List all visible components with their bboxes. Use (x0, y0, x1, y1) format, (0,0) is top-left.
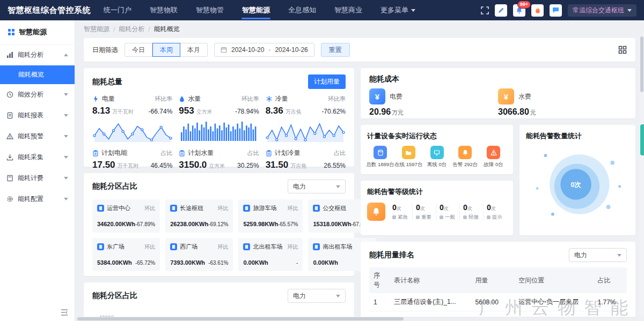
sidebar-item-energy-warning[interactable]: 能耗预警 (0, 126, 75, 147)
nav-item-business[interactable]: 智慧商业 (325, 0, 371, 20)
date-range-picker[interactable]: 2024-10-20 - 2024-10-26 (214, 43, 314, 57)
notification-icon-button[interactable]: 99+ (513, 4, 525, 17)
document-icon (6, 112, 13, 119)
snowflake-icon (266, 95, 273, 102)
zone-ratio: -67.89% (135, 221, 155, 227)
collapse-sidebar-icon[interactable] (61, 309, 68, 316)
zone-ratio: - (296, 260, 298, 266)
level-dot-icon (487, 215, 491, 219)
col-header-no: 序号 (369, 267, 390, 293)
sidebar-item-energy-report[interactable]: 能耗报表 (0, 105, 75, 126)
energy-type-select[interactable]: 电力 (288, 289, 346, 303)
layout-grid-icon[interactable] (618, 46, 627, 54)
zone-name: 运营中心 (107, 204, 130, 212)
nav-item-holo[interactable]: 全息感知 (279, 0, 325, 20)
nav-item-label: 更多菜单 (380, 5, 408, 15)
breadcrumb-item[interactable]: 智慧能源 (84, 25, 109, 34)
zone-name: 公交枢纽 (323, 204, 346, 212)
building-icon (313, 243, 320, 250)
zone-value: 26238.00KWh (170, 221, 208, 227)
alert-icon-button[interactable] (531, 4, 544, 17)
sidebar-item-energy-billing[interactable]: 能耗计费 (0, 168, 75, 189)
zone-tile[interactable]: 北出租车场环比 0.00KWh- (238, 238, 303, 271)
water-fee-icon: ¥ (498, 88, 514, 104)
ratio-label: 环比率 (155, 95, 172, 103)
bar-chart-icon (6, 51, 13, 58)
clock-icon (6, 91, 13, 98)
tab-this-month[interactable]: 本月 (180, 43, 208, 57)
device-stat-value: 292台 (464, 161, 478, 167)
cost-name: 电费 (390, 92, 402, 101)
energy-type-select[interactable]: 电力 (288, 180, 346, 193)
zone-value: 5384.00KWh (97, 259, 132, 266)
clipboard-icon (92, 150, 99, 156)
gear-icon (6, 196, 13, 203)
ratio-value: -66.74% (149, 108, 173, 115)
level-unit: 次 (397, 206, 401, 211)
sidebar-item-energy-collection[interactable]: 能耗采集 (0, 147, 75, 168)
breadcrumb-item[interactable]: 能耗分析 (119, 25, 144, 34)
zone-name: 长途枢纽 (180, 204, 203, 212)
vertical-scrollbar-thumb[interactable] (640, 36, 643, 92)
cell-usage: 5608.00 (471, 293, 515, 311)
tab-this-week[interactable]: 本周 (152, 43, 180, 57)
zone-name: 旅游车场 (253, 204, 276, 212)
cell-location: 运营中心-负一层夹层 (514, 293, 593, 311)
cost-unit: 元 (530, 109, 536, 116)
zone-tile[interactable]: 运营中心环比 34620.00KWh-67.89% (92, 199, 160, 233)
level-unit: 次 (444, 206, 449, 211)
nav-item-portal[interactable]: 统一门户 (94, 0, 141, 20)
ratio-label: 环比率 (328, 95, 346, 103)
nav-item-property[interactable]: 智慧物管 (187, 0, 233, 20)
zone-tile[interactable]: 旅游车场环比 5259.98KWh-65.57% (238, 199, 303, 233)
ranking-title: 能耗用量排名 (369, 250, 414, 260)
app-root: 智慧枢纽综合管控系统 统一门户 智慧物联 智慧物管 智慧能源 全息感知 智慧商业… (0, 0, 644, 321)
level-count: 0 (440, 203, 444, 212)
ratio-label: 占比 (160, 149, 172, 157)
tab-today[interactable]: 今日 (125, 43, 152, 57)
electricity-sparkline (92, 120, 173, 143)
database-icon (374, 146, 387, 159)
flame-icon (535, 7, 541, 14)
zone-tile[interactable]: 长途枢纽环比 26238.00KWh-69.12% (165, 199, 233, 233)
breadcrumb: 智慧能源 能耗分析 能耗概览 (75, 20, 644, 37)
device-status-card: 计量设备实时运行状态 总数 1889台 在线 1597台 (361, 125, 513, 174)
device-stat-total: 总数 1889台 (367, 146, 393, 168)
level-label: 一般 (445, 214, 455, 221)
sidebar-menu: 能耗分析 能耗概览 能效分析 能耗报表 能耗预警 能耗采集 (0, 44, 75, 210)
device-stat-label: 告警 (452, 161, 463, 167)
building-icon (243, 243, 250, 250)
date-end: 2024-10-26 (275, 46, 308, 54)
station-selector[interactable]: 常温综合交通枢纽 (568, 4, 636, 17)
device-stat-label: 故障 (484, 161, 494, 167)
nav-item-energy[interactable]: 智慧能源 (233, 0, 279, 20)
edit-icon-button[interactable] (495, 4, 507, 17)
cost-unit: 万元 (392, 109, 404, 116)
reset-button[interactable]: 重置 (321, 43, 350, 57)
message-icon-button[interactable] (550, 4, 562, 17)
plan-usage-button[interactable]: 计划用量 (308, 74, 346, 89)
zone-tile[interactable]: 东广场环比 5384.00KWh-65.72% (92, 238, 160, 271)
zone-tiles: 运营中心环比 34620.00KWh-67.89% 长途枢纽环比 26238.0… (92, 199, 346, 271)
plan-value: 31.50 (266, 160, 289, 170)
hb-label: 环比 (144, 205, 155, 212)
col-header-usage: 用量 (471, 267, 515, 293)
ratio-value: 30.25% (237, 162, 259, 169)
metric-unit: 立方米 (196, 108, 213, 116)
zone-tile[interactable]: 西广场环比 7393.00KWh-63.61% (165, 238, 233, 271)
sidebar-item-efficiency-analysis[interactable]: 能效分析 (0, 84, 75, 105)
alarm-level-hint: 0次 提示 (483, 203, 507, 221)
fullscreen-icon[interactable] (481, 6, 489, 14)
hb-label: 环比 (287, 243, 298, 251)
sidebar-item-energy-overview[interactable]: 能耗概览 (0, 65, 75, 84)
nav-item-iot[interactable]: 智慧物联 (141, 0, 187, 20)
sidebar-item-energy-analysis[interactable]: 能耗分析 (0, 44, 75, 65)
zone-chart-title: 能耗分区占比 (92, 291, 137, 301)
horizontal-scrollbar-thumb[interactable] (77, 317, 404, 320)
side-panel-handle[interactable] (640, 124, 644, 155)
navbar-actions: 99+ 常温综合交通枢纽 (481, 4, 644, 17)
energy-type-select[interactable]: 电力 (569, 248, 627, 262)
chevron-down-icon (64, 198, 68, 200)
nav-item-more-menu[interactable]: 更多菜单 (371, 0, 425, 20)
sidebar-item-energy-config[interactable]: 能耗配置 (0, 189, 75, 210)
